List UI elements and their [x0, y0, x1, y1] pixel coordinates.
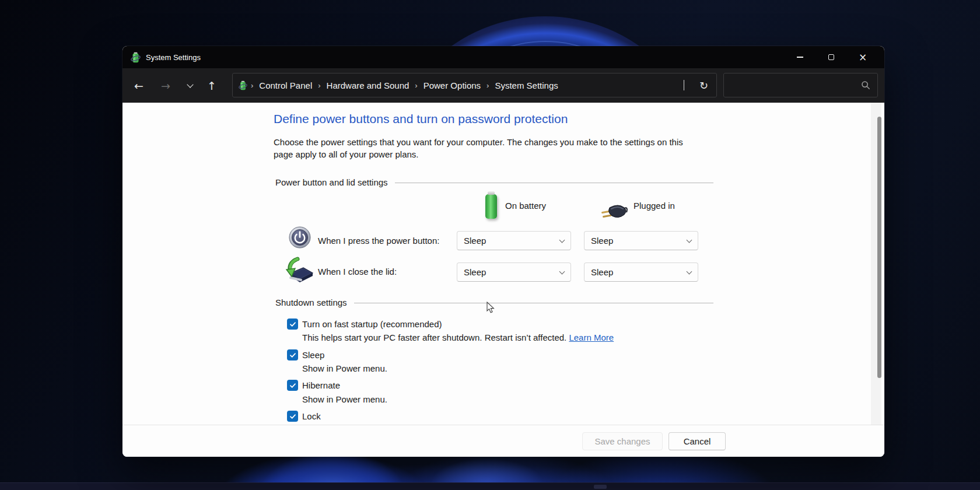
mouse-cursor [487, 302, 495, 314]
breadcrumb-separator: › [251, 81, 253, 90]
row-power-button-label: When I press the power button: [318, 236, 439, 246]
lock-checkbox[interactable] [287, 411, 298, 422]
checkmark-icon [289, 382, 296, 389]
power-button-plugged-in-select[interactable]: Sleep [584, 231, 698, 250]
selected-value: Sleep [464, 236, 486, 246]
back-icon: ← [134, 79, 144, 92]
chevron-down-icon [187, 81, 193, 88]
search-input[interactable] [724, 80, 861, 90]
taskbar[interactable] [0, 482, 980, 490]
page-title: Define power buttons and turn on passwor… [274, 112, 568, 126]
forward-icon: → [161, 79, 170, 92]
cancel-button[interactable]: Cancel [668, 432, 726, 450]
column-on-battery: On battery [505, 201, 546, 211]
address-bar[interactable]: › Control Panel › Hardware and Sound › P… [232, 73, 717, 97]
chevron-down-icon [684, 80, 684, 90]
fast-startup-description: This helps start your PC faster after sh… [302, 332, 614, 342]
checkmark-icon [289, 413, 296, 420]
minimize-icon [797, 57, 803, 57]
back-button[interactable]: ← [130, 76, 148, 95]
page-description: Choose the power settings that you want … [274, 136, 685, 160]
breadcrumb-power-options[interactable]: Power Options [424, 80, 481, 90]
breadcrumb-system-settings[interactable]: System Settings [495, 80, 558, 90]
hibernate-description: Show in Power menu. [302, 394, 387, 404]
power-options-breadcrumb-icon [239, 80, 247, 90]
row-lid-label: When I close the lid: [318, 267, 397, 276]
content-area: Define power buttons and turn on passwor… [123, 103, 884, 425]
system-settings-window: System Settings × ← → ↑ › Control Panel … [123, 46, 884, 457]
fast-startup-checkbox[interactable] [287, 318, 298, 330]
fast-startup-label[interactable]: Turn on fast startup (recommended) [302, 319, 442, 329]
close-button[interactable]: × [847, 46, 878, 68]
selected-value: Sleep [591, 236, 613, 246]
breadcrumb-separator: › [318, 81, 320, 90]
chevron-down-icon [559, 237, 565, 243]
navigation-toolbar: ← → ↑ › Control Panel › Hardware and Sou… [123, 68, 884, 103]
up-icon: ↑ [207, 79, 216, 92]
forward-button[interactable]: → [156, 76, 175, 95]
sleep-checkbox[interactable] [287, 349, 298, 360]
chevron-down-icon [559, 268, 565, 274]
search-box[interactable] [723, 73, 878, 97]
breadcrumb-hardware-and-sound[interactable]: Hardware and Sound [327, 80, 410, 90]
lid-plugged-in-select[interactable]: Sleep [584, 262, 698, 282]
chevron-down-icon [687, 237, 692, 243]
titlebar[interactable]: System Settings × [123, 46, 884, 68]
window-title: System Settings [146, 53, 201, 62]
checkmark-icon [289, 321, 296, 328]
selected-value: Sleep [464, 267, 486, 277]
power-button-icon [289, 226, 311, 249]
lid-on-battery-select[interactable]: Sleep [457, 262, 571, 282]
scrollbar-thumb[interactable] [877, 117, 881, 378]
breadcrumb-control-panel[interactable]: Control Panel [259, 80, 312, 90]
section-power-button-and-lid: Power button and lid settings [275, 177, 713, 187]
section-power-label: Power button and lid settings [275, 177, 388, 187]
save-changes-button[interactable]: Save changes [582, 432, 663, 450]
refresh-button[interactable]: ↻ [699, 79, 708, 92]
power-options-icon [131, 52, 141, 63]
up-button[interactable]: ↑ [202, 76, 221, 95]
power-button-on-battery-select[interactable]: Sleep [457, 231, 571, 250]
fast-startup-description-text: This helps start your PC faster after sh… [302, 332, 566, 342]
minimize-button[interactable] [784, 46, 816, 68]
section-shutdown-label: Shutdown settings [275, 298, 347, 307]
hibernate-checkbox[interactable] [287, 380, 298, 391]
learn-more-link[interactable]: Learn More [569, 332, 614, 342]
hibernate-label[interactable]: Hibernate [302, 380, 340, 390]
battery-icon [485, 194, 497, 219]
taskbar-start-hint[interactable] [594, 485, 607, 489]
recent-pages-button[interactable] [181, 76, 200, 95]
maximize-icon [828, 54, 834, 60]
breadcrumb-separator: › [487, 81, 489, 90]
sleep-description: Show in Power menu. [302, 363, 387, 373]
checkmark-icon [289, 352, 296, 359]
close-icon: × [859, 52, 867, 62]
breadcrumb-separator: › [415, 81, 417, 90]
plug-icon [601, 204, 628, 220]
column-plugged-in: Plugged in [634, 201, 675, 211]
footer-bar: Save changes Cancel [123, 425, 884, 457]
maximize-button[interactable] [816, 46, 847, 68]
chevron-down-icon [687, 268, 692, 274]
selected-value: Sleep [591, 267, 613, 277]
section-divider [354, 303, 713, 303]
section-divider [395, 183, 713, 183]
lock-label[interactable]: Lock [302, 411, 321, 421]
lid-close-icon [282, 257, 314, 285]
address-dropdown-button[interactable] [684, 80, 684, 90]
sleep-label[interactable]: Sleep [302, 350, 324, 360]
search-icon[interactable] [861, 80, 870, 90]
